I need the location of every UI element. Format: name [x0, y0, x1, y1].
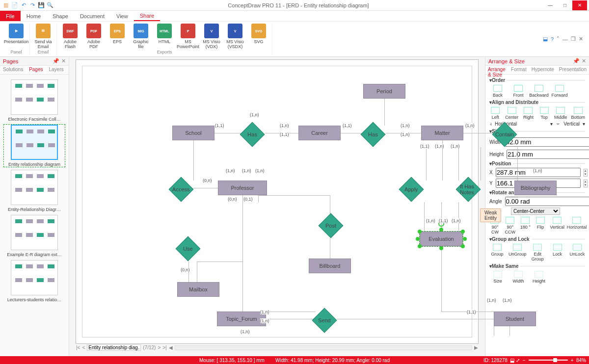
selection-handle[interactable]	[439, 246, 443, 250]
entity-billboard[interactable]: Billboard	[309, 259, 351, 273]
section-align[interactable]: ▾ Align and Distribute	[489, 100, 585, 105]
zoom-out-icon[interactable]: −	[523, 358, 526, 363]
ribbon-svg[interactable]: SVGSVG	[247, 23, 270, 50]
entity-mailbox[interactable]: Mailbox	[177, 282, 219, 297]
help-icon[interactable]: ⬓	[543, 36, 548, 42]
tab-file[interactable]: File	[0, 11, 21, 21]
distribute-h-icon[interactable]: ⫞	[489, 121, 492, 127]
flip-h-button[interactable]: Horizontal	[568, 217, 585, 234]
close-button[interactable]: ✕	[572, 0, 587, 10]
order-back-button[interactable]: Back	[489, 85, 506, 98]
ribbon-ms-visio-(vdx)[interactable]: VMS Visio(VDX)	[200, 23, 223, 50]
pages-tab-layers[interactable]: Layers	[46, 66, 67, 74]
pin-select[interactable]: Center-Center	[511, 208, 560, 215]
entity-career[interactable]: Career	[298, 126, 341, 140]
tab-share[interactable]: Share	[134, 11, 160, 21]
group-button[interactable]: Group	[489, 244, 505, 261]
win-close-icon[interactable]: ✕	[579, 36, 583, 42]
width-input[interactable]	[505, 137, 589, 147]
ribbon-eps[interactable]: EPSEPS	[106, 23, 129, 50]
order-forward-button[interactable]: Forward	[551, 85, 568, 98]
hscroll-left-icon[interactable]: ◀	[169, 345, 173, 350]
pages-tab-pages[interactable]: Pages	[26, 66, 46, 74]
section-group[interactable]: ▾ Group and Lock	[489, 236, 585, 242]
close-panel-icon[interactable]: ✕	[582, 58, 586, 64]
relationship-has2[interactable]: Has	[361, 122, 386, 147]
pages-tab-solutions[interactable]: Solutions	[0, 66, 26, 74]
selection-handle[interactable]	[461, 244, 465, 248]
align-left-button[interactable]: Left	[489, 107, 501, 120]
maximize-button[interactable]: □	[558, 0, 572, 10]
section-order[interactable]: ▾ Order	[489, 78, 585, 83]
entity-matter[interactable]: Matter	[421, 126, 463, 140]
selection-handle[interactable]	[418, 244, 422, 248]
qat-undo-icon[interactable]: ↶	[20, 1, 27, 9]
same-width-button[interactable]: Width	[510, 271, 527, 284]
pin-icon[interactable]: 📌	[573, 58, 580, 64]
editgroup-button[interactable]: Edit Group	[530, 244, 545, 261]
relationship-has1[interactable]: Has	[240, 122, 265, 147]
page-thumb-4[interactable]: Lecturers-students relatio…	[4, 260, 65, 302]
unlock-button[interactable]: UnLock	[569, 244, 585, 261]
ribbon-adobe-flash[interactable]: SWFAdobeFlash	[59, 23, 81, 50]
ribbon-ms-powerpoint[interactable]: PMSPowerPoint	[177, 23, 199, 50]
tab-home[interactable]: Home	[21, 11, 47, 21]
page-thumb-3[interactable]: Example E-R diagram ext…	[4, 215, 65, 257]
same-height-button[interactable]: Height	[531, 271, 547, 284]
entity-professor[interactable]: Professor	[218, 181, 267, 195]
status-ic2[interactable]: ⤢	[516, 358, 520, 363]
canvas[interactable]: PeriodSchoolCareerMatterProfessorBibliog…	[76, 60, 478, 343]
zoom-slider[interactable]	[529, 360, 568, 361]
pin-icon[interactable]: 📌	[53, 58, 59, 64]
angle-input[interactable]	[505, 197, 589, 206]
ribbon-html[interactable]: HTMLHTML	[153, 23, 176, 50]
rtab-arrange[interactable]: Arrange & Size	[485, 66, 509, 74]
hscrollbar[interactable]	[175, 345, 472, 350]
ribbon-graphic-file[interactable]: IMGGraphicfile	[130, 23, 152, 50]
entity-student[interactable]: Student	[494, 312, 536, 326]
selection-handle[interactable]	[418, 230, 422, 234]
relationship-send[interactable]: Send	[312, 308, 337, 333]
align-top-button[interactable]: Top	[538, 107, 550, 120]
help2-icon[interactable]: ?	[551, 36, 554, 42]
section-makesame[interactable]: ▾ Make Same	[489, 263, 585, 269]
rtab-format[interactable]: Format	[509, 66, 529, 74]
entity-period[interactable]: Period	[363, 84, 405, 99]
height-input[interactable]	[507, 150, 589, 159]
status-ic1[interactable]: ⬓	[510, 358, 514, 363]
order-front-button[interactable]: Front	[510, 85, 527, 98]
minimize-button[interactable]: —	[543, 0, 558, 10]
rotate-ccw-button[interactable]: 90° CCW	[505, 217, 516, 234]
hscroll-right-icon[interactable]: ▶	[474, 345, 478, 350]
page-thumb-2[interactable]: Entity-Relationship Diagr…	[4, 170, 65, 212]
align-center-button[interactable]: Center	[505, 107, 518, 120]
rtab-presentation[interactable]: Presentation	[557, 66, 589, 74]
tab-shape[interactable]: Shape	[47, 11, 74, 21]
tab-document[interactable]: Document	[74, 11, 110, 21]
same-size-button[interactable]: Size	[489, 271, 506, 284]
section-position[interactable]: ▾ Position	[489, 161, 585, 166]
ribbon-presentation[interactable]: ▶Presentation	[5, 23, 27, 50]
rtab-hypernote[interactable]: Hypernote	[529, 66, 557, 74]
entity-bibliography[interactable]: Bibliography	[514, 181, 557, 195]
ribbon-send-via-email[interactable]: ✉Send viaEmail	[32, 23, 54, 50]
page-thumb-1[interactable]: Entity relationship diagram	[4, 125, 65, 167]
sheet-nav-last-icon[interactable]: >|	[162, 345, 166, 350]
align-right-button[interactable]: Right	[522, 107, 534, 120]
selection-handle[interactable]	[416, 237, 420, 241]
order-backward-button[interactable]: Backward	[531, 85, 547, 98]
page-thumb-0[interactable]: Electronic Facsimile Coll…	[4, 79, 65, 122]
align-bottom-button[interactable]: Bottom	[571, 107, 585, 120]
relationship-notes[interactable]: It Has Notes	[456, 177, 481, 202]
relationship-use[interactable]: Use	[176, 236, 201, 261]
close-panel-icon[interactable]: ✕	[61, 58, 66, 64]
zoom-in-icon[interactable]: +	[571, 358, 574, 363]
sheet-name-input[interactable]	[87, 344, 141, 351]
sheet-nav-next-icon[interactable]: >	[158, 345, 161, 350]
qat-redo-icon[interactable]: ↷	[28, 1, 36, 9]
align-middle-button[interactable]: Middle	[554, 107, 567, 120]
ungroup-button[interactable]: UnGroup	[509, 244, 526, 261]
selection-handle[interactable]	[439, 228, 443, 232]
flip-button[interactable]: Flip	[535, 217, 546, 234]
rotate-180-button[interactable]: 180 °	[520, 217, 531, 234]
